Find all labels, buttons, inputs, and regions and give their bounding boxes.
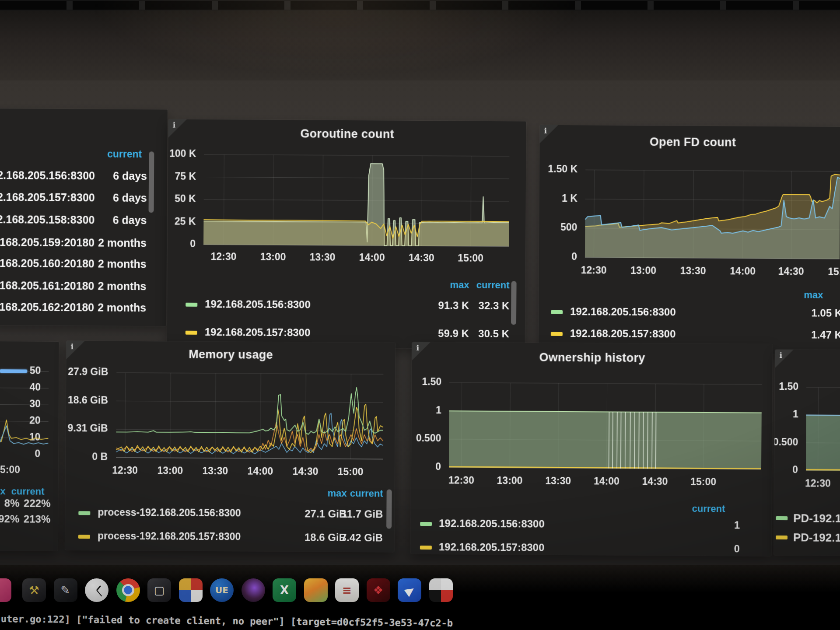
endpoint-cell[interactable]: 2.168.205.159:20180 <box>0 235 94 249</box>
uptime-cell: 2 months <box>98 279 146 293</box>
media-swirl-icon[interactable] <box>242 578 265 602</box>
legend-row[interactable]: PD-192.16 <box>774 511 840 528</box>
legend-label[interactable]: 192.168.205.157:8300 <box>205 326 311 339</box>
legend-label[interactable]: process-192.168.205.156:8300 <box>98 507 241 519</box>
terminal-window-icon[interactable]: ▢ <box>147 578 171 602</box>
panel-title[interactable]: Open FD count <box>539 135 840 150</box>
y-axis-label: 100 K <box>169 148 196 160</box>
toolbox-icon[interactable]: ⚒ <box>22 578 46 602</box>
notes-icon[interactable]: ≡ <box>335 578 359 602</box>
legend-row[interactable]: 192.168.205.157:8300 0 <box>411 541 771 556</box>
legend-label[interactable]: 192.168.205.156:8300 <box>439 517 545 530</box>
pencil-editor-icon[interactable]: ✎ <box>54 578 77 602</box>
legend-label[interactable]: process-192.168.205.157:8300 <box>98 530 241 543</box>
legend-label[interactable]: PD-192.16 <box>793 531 840 545</box>
legend-header-max[interactable]: max <box>0 486 6 497</box>
legend-swatch-green[interactable] <box>78 511 90 515</box>
chrome-icon[interactable] <box>116 578 140 602</box>
clock-icon[interactable] <box>85 578 108 602</box>
table-row[interactable]: 2.168.205.160:20180 2 months <box>0 256 167 271</box>
send-rocket-icon[interactable]: ▶ <box>398 578 421 602</box>
legend-current-value: 222% <box>24 497 51 509</box>
legend-swatch-yellow[interactable] <box>420 546 432 550</box>
table-row[interactable]: 2.168.205.161:20180 2 months <box>0 278 167 294</box>
table-row[interactable]: 2.168.205.162:20180 2 months <box>0 300 166 315</box>
legend-header-current[interactable]: current <box>11 486 45 497</box>
endpoint-cell[interactable]: 92.168.205.158:8300 <box>0 212 95 227</box>
legend-swatch-green[interactable] <box>186 303 197 307</box>
endpoint-cell[interactable]: 2.168.205.161:20180 <box>0 278 94 293</box>
endpoint-cell[interactable]: 2.168.205.162:20180 <box>0 300 94 314</box>
tiger-app-icon[interactable] <box>304 578 328 602</box>
photo-mosaic-icon[interactable] <box>429 578 453 602</box>
pencil-editor-icon-glyph: ✎ <box>54 578 77 602</box>
tab-row-decoration <box>0 1 840 10</box>
legend-current-value: 0 <box>734 542 740 555</box>
ultraedit-icon[interactable]: UE <box>210 578 234 602</box>
legend-label[interactable]: 192.168.205.157:8300 <box>570 327 676 340</box>
ownership-chart[interactable] <box>449 382 762 469</box>
legend-header-current[interactable]: current <box>692 503 725 514</box>
table-row[interactable]: 2.168.205.159:20180 2 months <box>0 235 167 250</box>
info-icon[interactable]: i <box>780 351 783 360</box>
endpoint-cell[interactable]: 2.168.205.160:20180 <box>0 256 94 270</box>
color-grid-icon[interactable] <box>179 578 203 602</box>
table-row[interactable]: 2.168.205.157:8300 6 days <box>0 190 167 205</box>
legend-row[interactable]: 192.168.205.156:8300 91.3 K 32.3 K <box>167 298 525 315</box>
legend-header-max[interactable]: max <box>328 488 347 499</box>
legend-row[interactable]: 192.168.205.157:8300 59.9 K 30.5 K <box>167 326 525 343</box>
legend-label[interactable]: 192.168.205.156:8300 <box>205 298 311 311</box>
legend-header-current[interactable]: current <box>350 488 383 499</box>
legend-current-value: 11.7 GiB <box>342 508 383 521</box>
legend-label[interactable]: PD-192.16 <box>793 511 840 525</box>
legend-label[interactable]: 192.168.205.157:8300 <box>439 541 545 553</box>
table-row[interactable]: 2.168.205.156:8300 6 days <box>0 168 167 183</box>
x-axis-label: 12:30 <box>805 477 831 489</box>
legend-swatch-yellow[interactable] <box>776 536 788 539</box>
pd-chart[interactable] <box>806 387 840 472</box>
memory-chart[interactable] <box>116 373 383 459</box>
red-app-icon[interactable]: ❖ <box>367 578 390 602</box>
legend-row[interactable]: 192.168.205.156:8300 1 <box>411 517 771 534</box>
legend-row[interactable]: process-192.168.205.157:8300 18.6 GiB 7.… <box>65 530 394 547</box>
grafana-dashboard: current 2.168.205.156:8300 6 days 2.168.… <box>0 78 840 570</box>
goroutine-chart[interactable] <box>203 154 509 246</box>
x-axis-label: 15:00 <box>458 252 483 264</box>
legend-swatch-yellow[interactable] <box>186 331 197 335</box>
legend-row[interactable]: 192.168.205.157:8300 1.47 K <box>539 327 840 344</box>
excel-icon[interactable]: X <box>273 578 296 602</box>
panel-memory-usage: i Memory usage 27.9 GiB18.6 GiB9.31 GiB0… <box>65 341 396 552</box>
panel-title[interactable]: Memory usage <box>66 347 395 363</box>
endpoint-cell[interactable]: 2.168.205.157:8300 <box>0 190 95 204</box>
legend-swatch-green[interactable] <box>776 516 788 520</box>
legend-swatch-green[interactable] <box>420 522 432 526</box>
terminal-window-icon-glyph: ▢ <box>147 578 171 602</box>
table-row[interactable]: 92.168.205.158:8300 6 days <box>0 212 167 228</box>
legend-max-value: 1.05 K <box>811 307 840 319</box>
pink-app-icon[interactable] <box>0 578 11 602</box>
y-axis-label: 1 <box>793 409 798 420</box>
uptime-cell: 2 months <box>98 256 147 271</box>
legend-swatch-yellow[interactable] <box>78 535 90 539</box>
legend-header-max[interactable]: max <box>804 289 823 301</box>
legend-row[interactable]: PD-192.16 <box>774 531 840 547</box>
legend-header-current[interactable]: current <box>476 280 510 291</box>
panel-title[interactable]: Goroutine count <box>168 126 526 142</box>
panel-cpu-partial: 50403020100 15:00 max current 8% 222% 92… <box>0 340 59 551</box>
legend-header-current[interactable]: current <box>107 148 142 160</box>
legend-max-value: 1.47 K <box>811 329 840 341</box>
panel-ownership-history: i Ownership history 1.5010.5000 12:3013:… <box>411 342 773 556</box>
legend-swatch-yellow[interactable] <box>551 332 563 336</box>
info-icon[interactable]: i <box>544 126 547 135</box>
endpoint-cell[interactable]: 2.168.205.156:8300 <box>0 168 95 182</box>
legend-row[interactable]: 192.168.205.156:8300 1.05 K <box>539 305 840 322</box>
open-fd-chart[interactable] <box>585 170 840 259</box>
legend-max-value: 92% <box>0 513 19 525</box>
panel-title[interactable]: Ownership history <box>412 350 772 366</box>
legend-row[interactable]: process-192.168.205.156:8300 27.1 GiB 11… <box>65 506 394 523</box>
legend-swatch-green[interactable] <box>551 310 563 314</box>
y-axis-label: 0.500 <box>416 432 441 444</box>
cpu-chart[interactable] <box>0 415 49 455</box>
legend-label[interactable]: 192.168.205.156:8300 <box>570 305 676 318</box>
legend-header-max[interactable]: max <box>450 279 469 290</box>
